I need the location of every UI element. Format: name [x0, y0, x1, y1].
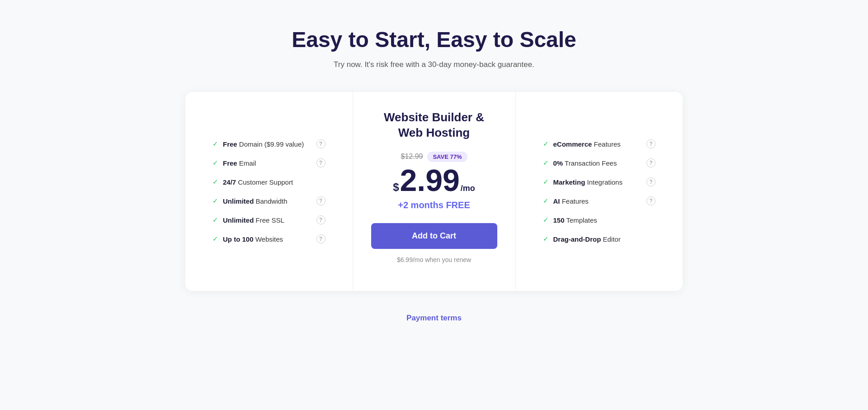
help-icon[interactable]: ?	[316, 234, 326, 243]
right-feature-list: ✓ eCommerce Features ? ✓ 0% Transaction …	[543, 139, 656, 243]
spacer	[646, 234, 656, 243]
list-item: ✓ 0% Transaction Fees ?	[543, 158, 656, 167]
help-icon[interactable]: ?	[316, 139, 326, 148]
check-icon: ✓	[543, 235, 549, 243]
original-price: $12.99	[401, 153, 423, 161]
help-icon[interactable]: ?	[646, 158, 656, 167]
help-icon[interactable]: ?	[316, 158, 326, 167]
save-badge: SAVE 77%	[427, 152, 467, 162]
feature-text: AI Features	[553, 197, 642, 205]
list-item: ✓ Free Email ?	[212, 158, 326, 167]
feature-text: Unlimited Bandwidth	[223, 197, 312, 205]
feature-text: Marketing Integrations	[553, 178, 642, 186]
check-icon: ✓	[543, 197, 549, 205]
feature-text: Unlimited Free SSL	[223, 216, 312, 224]
renew-note: $6.99/mo when you renew	[397, 256, 471, 263]
add-to-cart-button[interactable]: Add to Cart	[371, 223, 497, 249]
page-title: Easy to Start, Easy to Scale	[292, 27, 576, 52]
price-amount: 2.99	[400, 165, 459, 195]
check-icon: ✓	[212, 178, 218, 186]
list-item: ✓ Unlimited Free SSL ?	[212, 215, 326, 224]
list-item: ✓ Up to 100 Websites ?	[212, 234, 326, 243]
help-icon[interactable]: ?	[316, 215, 326, 224]
list-item: ✓ AI Features ?	[543, 196, 656, 205]
check-icon: ✓	[212, 197, 218, 205]
bonus-text: +2 months FREE	[398, 200, 470, 210]
feature-text: Free Email	[223, 159, 312, 167]
check-icon: ✓	[543, 216, 549, 224]
feature-text: Up to 100 Websites	[223, 235, 312, 243]
payment-terms-link[interactable]: Payment terms	[406, 314, 462, 323]
list-item: ✓ Unlimited Bandwidth ?	[212, 196, 326, 205]
check-icon: ✓	[543, 159, 549, 167]
current-price-row: $ 2.99 /mo	[393, 165, 475, 195]
list-item: ✓ 150 Templates	[543, 215, 656, 224]
price-row: $12.99 SAVE 77%	[401, 152, 467, 162]
list-item: ✓ Free Domain ($9.99 value) ?	[212, 139, 326, 148]
spacer	[316, 177, 326, 186]
help-icon[interactable]: ?	[316, 196, 326, 205]
check-icon: ✓	[212, 216, 218, 224]
pricing-left: ✓ Free Domain ($9.99 value) ? ✓ Free Ema…	[185, 92, 353, 291]
check-icon: ✓	[212, 235, 218, 243]
price-period: /mo	[461, 184, 475, 193]
page-header: Easy to Start, Easy to Scale Try now. It…	[292, 27, 576, 69]
price-dollar-sign: $	[393, 181, 399, 194]
spacer	[646, 215, 656, 224]
pricing-card: ✓ Free Domain ($9.99 value) ? ✓ Free Ema…	[185, 92, 683, 291]
check-icon: ✓	[543, 140, 549, 148]
feature-text: Drag-and-Drop Editor	[553, 235, 642, 243]
help-icon[interactable]: ?	[646, 196, 656, 205]
help-icon[interactable]: ?	[646, 139, 656, 148]
feature-text: eCommerce Features	[553, 140, 642, 148]
list-item: ✓ Drag-and-Drop Editor	[543, 234, 656, 243]
list-item: ✓ Marketing Integrations ?	[543, 177, 656, 186]
feature-text: 24/7 Customer Support	[223, 178, 312, 186]
list-item: ✓ 24/7 Customer Support	[212, 177, 326, 186]
help-icon[interactable]: ?	[646, 177, 656, 186]
pricing-center: Website Builder & Web Hosting $12.99 SAV…	[353, 92, 516, 291]
product-title: Website Builder & Web Hosting	[371, 110, 497, 141]
check-icon: ✓	[543, 178, 549, 186]
feature-text: 150 Templates	[553, 216, 642, 224]
check-icon: ✓	[212, 140, 218, 148]
page-subtitle: Try now. It's risk free with a 30-day mo…	[292, 60, 576, 69]
feature-text: 0% Transaction Fees	[553, 159, 642, 167]
feature-text: Free Domain ($9.99 value)	[223, 140, 312, 148]
check-icon: ✓	[212, 159, 218, 167]
pricing-right: ✓ eCommerce Features ? ✓ 0% Transaction …	[516, 92, 683, 291]
list-item: ✓ eCommerce Features ?	[543, 139, 656, 148]
left-feature-list: ✓ Free Domain ($9.99 value) ? ✓ Free Ema…	[212, 139, 326, 243]
